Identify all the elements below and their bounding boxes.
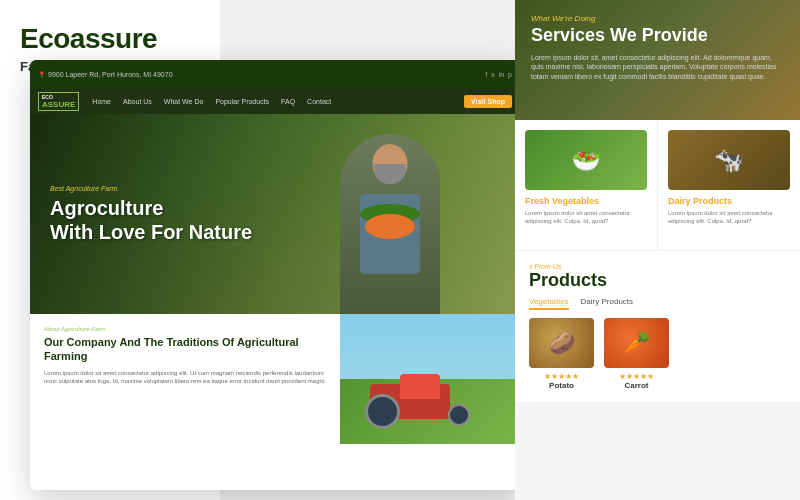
visit-shop-button[interactable]: Visit Shop bbox=[464, 95, 512, 108]
nav-address: 9900 Lapeer Rd, Port Hurons, MI 49070 bbox=[38, 71, 173, 78]
hero-title: Agroculture With Love For Nature bbox=[50, 196, 252, 244]
nav-social: f x in p bbox=[485, 71, 512, 78]
tractor-wheel-big bbox=[365, 394, 400, 429]
right-panel: What We're Doing Services We Provide Lor… bbox=[515, 0, 800, 500]
mockup-topbar: 9900 Lapeer Rd, Port Hurons, MI 49070 f … bbox=[30, 60, 520, 88]
website-mockup: 9900 Lapeer Rd, Port Hurons, MI 49070 f … bbox=[30, 60, 520, 490]
products-tabs: Vegetables Dairy Products bbox=[529, 297, 786, 310]
nav-contact[interactable]: Contact bbox=[302, 98, 336, 105]
carrot-icon: 🥕 bbox=[623, 330, 650, 356]
hero-section: Best Agriculture Farm Agroculture With L… bbox=[30, 114, 520, 314]
farmer-veggies bbox=[355, 204, 425, 244]
nav-faq[interactable]: FAQ bbox=[276, 98, 300, 105]
about-section: About Agriculture Farm Our Company And T… bbox=[30, 314, 520, 444]
sky-background bbox=[340, 314, 520, 379]
veggie-orange bbox=[365, 214, 415, 239]
social-twitter-icon[interactable]: x bbox=[491, 71, 495, 78]
brand-title: Ecoassure bbox=[20, 24, 200, 55]
product-items-row: 🥔 ★★★★★ Potato 🥕 ★★★★★ Carrot bbox=[529, 318, 786, 390]
about-image bbox=[340, 314, 520, 444]
services-description: Lorem ipsum dolor sit, amet consectetur … bbox=[531, 53, 784, 82]
social-linkedin-icon[interactable]: in bbox=[499, 71, 504, 78]
hero-content: Best Agriculture Farm Agroculture With L… bbox=[30, 185, 272, 244]
services-content: What We're Doing Services We Provide Lor… bbox=[531, 14, 784, 82]
products-small-text: s From Us bbox=[529, 263, 786, 270]
mockup-navbar: ECOASSURE Home About Us What We Do Popul… bbox=[30, 88, 520, 114]
vegetables-card-desc: Lorem ipsum dolor sit amet consectetur a… bbox=[525, 209, 647, 226]
nav-what-we-do[interactable]: What We Do bbox=[159, 98, 209, 105]
vegetables-image: 🥗 bbox=[525, 130, 647, 190]
logo-text: ECO bbox=[42, 94, 75, 100]
product-item-potato: 🥔 ★★★★★ Potato bbox=[529, 318, 594, 390]
product-item-carrot: 🥕 ★★★★★ Carrot bbox=[604, 318, 669, 390]
hero-title-line1: Agroculture bbox=[50, 197, 163, 219]
dairy-card-name: Dairy Products bbox=[668, 196, 790, 206]
about-text: About Agriculture Farm Our Company And T… bbox=[30, 314, 340, 444]
hero-small-text: Best Agriculture Farm bbox=[50, 185, 252, 192]
dairy-icon: 🐄 bbox=[714, 146, 744, 174]
dairy-card-desc: Lorem ipsum dolor sit amet consectetur a… bbox=[668, 209, 790, 226]
product-card-dairy: 🐄 Dairy Products Lorem ipsum dolor sit a… bbox=[658, 120, 800, 250]
services-small-text: What We're Doing bbox=[531, 14, 784, 23]
dairy-image: 🐄 bbox=[668, 130, 790, 190]
vegetables-card-name: Fresh Vegetables bbox=[525, 196, 647, 206]
vegetables-icon: 🥗 bbox=[571, 146, 601, 174]
product-card-vegetables: 🥗 Fresh Vegetables Lorem ipsum dolor sit… bbox=[515, 120, 658, 250]
farmer-beard bbox=[374, 164, 406, 184]
about-title: Our Company And The Traditions Of Agricu… bbox=[44, 335, 326, 364]
tractor-illustration bbox=[360, 374, 480, 434]
carrot-stars: ★★★★★ bbox=[604, 372, 669, 381]
nav-products[interactable]: Popular Products bbox=[210, 98, 274, 105]
tab-dairy[interactable]: Dairy Products bbox=[581, 297, 633, 310]
social-pinterest-icon[interactable]: p bbox=[508, 71, 512, 78]
nav-about[interactable]: About Us bbox=[118, 98, 157, 105]
services-section: What We're Doing Services We Provide Lor… bbox=[515, 0, 800, 120]
products-title: Products bbox=[529, 270, 786, 291]
carrot-name: Carrot bbox=[604, 381, 669, 390]
services-title: Services We Provide bbox=[531, 25, 784, 47]
about-body: Lorem ipsum dolor sit amet consectetur a… bbox=[44, 369, 326, 386]
potato-icon: 🥔 bbox=[548, 330, 575, 356]
farmer-figure bbox=[340, 134, 440, 314]
social-facebook-icon[interactable]: f bbox=[485, 71, 487, 78]
about-small-text: About Agriculture Farm bbox=[44, 326, 326, 332]
potato-name: Potato bbox=[529, 381, 594, 390]
product-cards-row: 🥗 Fresh Vegetables Lorem ipsum dolor sit… bbox=[515, 120, 800, 250]
tab-vegetables[interactable]: Vegetables bbox=[529, 297, 569, 310]
potato-stars: ★★★★★ bbox=[529, 372, 594, 381]
tractor-wheel-small bbox=[448, 404, 470, 426]
logo: ECOASSURE bbox=[38, 92, 79, 111]
tractor-cab bbox=[400, 374, 440, 399]
nav-home[interactable]: Home bbox=[87, 98, 116, 105]
products-listing: s From Us Products Vegetables Dairy Prod… bbox=[515, 250, 800, 402]
hero-title-line2: With Love For Nature bbox=[50, 221, 252, 243]
carrot-image: 🥕 bbox=[604, 318, 669, 368]
potato-image: 🥔 bbox=[529, 318, 594, 368]
